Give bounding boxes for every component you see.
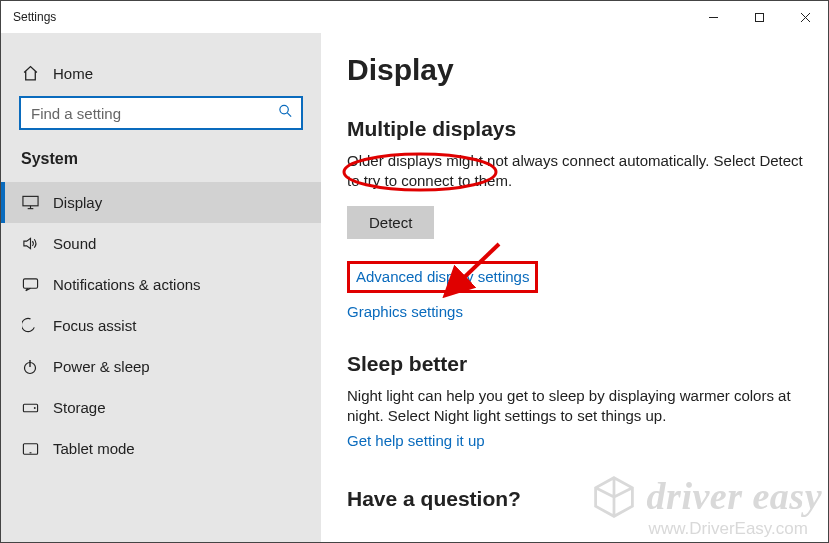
nav-item-focus-assist[interactable]: Focus assist (1, 305, 321, 346)
nav-item-sound[interactable]: Sound (1, 223, 321, 264)
annotation-red-box: Advanced display settings (347, 261, 538, 293)
detect-button[interactable]: Detect (347, 206, 434, 239)
title-bar: Settings (1, 1, 828, 33)
search-icon (278, 104, 293, 123)
nav-item-power-sleep[interactable]: Power & sleep (1, 346, 321, 387)
search-input[interactable] (21, 98, 301, 128)
tablet-icon (21, 442, 39, 456)
sound-icon (21, 236, 39, 251)
home-label: Home (53, 65, 93, 82)
window-title: Settings (13, 10, 690, 24)
nav-item-storage[interactable]: Storage (1, 387, 321, 428)
search-container (1, 96, 321, 144)
power-icon (21, 359, 39, 375)
sleep-better-help-link[interactable]: Get help setting it up (347, 432, 485, 449)
svg-point-13 (33, 407, 35, 409)
sleep-better-body: Night light can help you get to sleep by… (347, 386, 804, 427)
maximize-icon (754, 12, 765, 23)
scrollbar[interactable] (816, 33, 828, 543)
nav-label: Storage (53, 399, 106, 416)
home-icon (21, 65, 39, 82)
multiple-displays-body: Older displays might not always connect … (347, 151, 804, 192)
close-icon (800, 12, 811, 23)
sleep-better-heading: Sleep better (347, 352, 804, 376)
nav-label: Display (53, 194, 102, 211)
home-button[interactable]: Home (1, 55, 321, 96)
maximize-button[interactable] (736, 1, 782, 33)
have-a-question-heading: Have a question? (347, 487, 804, 511)
nav-label: Power & sleep (53, 358, 150, 375)
minimize-button[interactable] (690, 1, 736, 33)
sidebar: Home System Display Sound (1, 33, 321, 543)
multiple-displays-heading: Multiple displays (347, 117, 804, 141)
main-content: Display Multiple displays Older displays… (321, 33, 828, 543)
nav-label: Tablet mode (53, 440, 135, 457)
notifications-icon (21, 277, 39, 292)
close-button[interactable] (782, 1, 828, 33)
svg-line-5 (287, 113, 291, 117)
search-box[interactable] (19, 96, 303, 130)
display-icon (21, 195, 39, 210)
nav-item-tablet-mode[interactable]: Tablet mode (1, 428, 321, 469)
minimize-icon (708, 12, 719, 23)
page-title: Display (347, 53, 804, 87)
storage-icon (21, 401, 39, 415)
nav-label: Sound (53, 235, 96, 252)
svg-rect-1 (755, 13, 763, 21)
focus-assist-icon (21, 317, 39, 334)
window-controls (690, 1, 828, 33)
category-heading: System (1, 144, 321, 182)
nav-item-display[interactable]: Display (1, 182, 321, 223)
nav-label: Focus assist (53, 317, 136, 334)
svg-rect-6 (22, 196, 37, 205)
svg-point-4 (280, 105, 288, 113)
nav-item-notifications[interactable]: Notifications & actions (1, 264, 321, 305)
nav-list: Display Sound Notifications & actions Fo… (1, 182, 321, 469)
advanced-display-settings-link[interactable]: Advanced display settings (356, 268, 529, 285)
nav-label: Notifications & actions (53, 276, 201, 293)
svg-rect-9 (23, 279, 37, 288)
graphics-settings-link[interactable]: Graphics settings (347, 303, 463, 320)
